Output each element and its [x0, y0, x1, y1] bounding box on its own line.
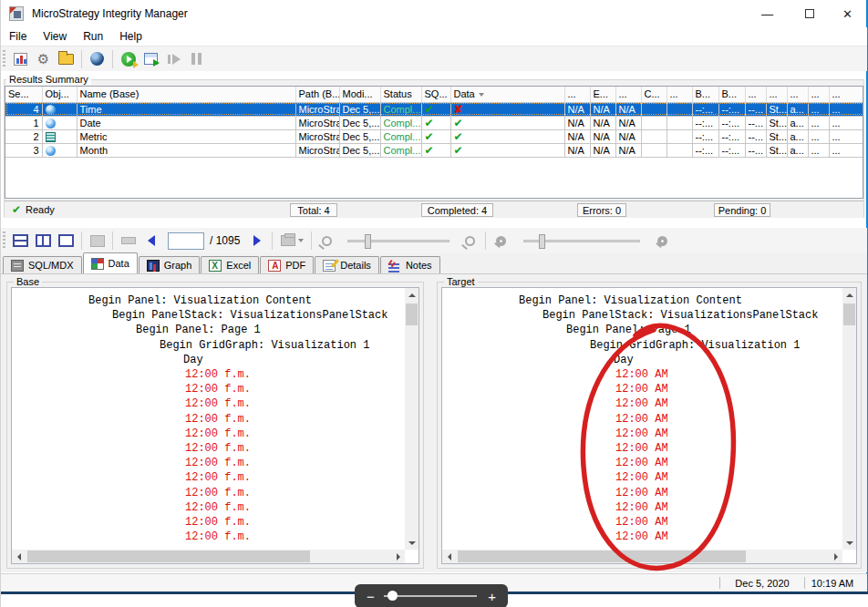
- col-status[interactable]: Status: [380, 87, 421, 102]
- tab-data[interactable]: Data: [83, 252, 138, 273]
- scroll-thumb[interactable]: [27, 550, 310, 562]
- table-row-metric[interactable]: 2 Metric MicroStra... Dec 5,... Compl...…: [5, 129, 863, 143]
- zoom-100-button[interactable]: [490, 230, 512, 252]
- col-path[interactable]: Path (B...: [295, 87, 339, 102]
- publish-button[interactable]: [86, 48, 108, 70]
- layout-single-button[interactable]: [55, 230, 78, 252]
- menu-view[interactable]: View: [35, 28, 75, 45]
- col-sequence[interactable]: Se...: [5, 87, 42, 102]
- tab-details[interactable]: Details: [315, 256, 379, 273]
- scroll-down-button[interactable]: [405, 536, 418, 550]
- zoom-slider-2-handle[interactable]: [539, 234, 545, 249]
- scroll-thumb[interactable]: [843, 304, 855, 325]
- zoom-plus-button[interactable]: +: [488, 590, 496, 603]
- previous-page-button[interactable]: [140, 230, 162, 252]
- tab-graph[interactable]: Graph: [139, 256, 201, 273]
- col-name-base[interactable]: Name (Base): [77, 87, 295, 102]
- table-row-time[interactable]: 4 Time MicroStra... Dec 5,... Compl... ✔…: [5, 102, 863, 116]
- open-button[interactable]: [55, 48, 78, 70]
- col-misc[interactable]: ...: [615, 87, 641, 102]
- scroll-left-button[interactable]: [12, 550, 26, 563]
- table-row-date[interactable]: 1 Date MicroStra... Dec 5,... Compl... ✔…: [5, 116, 863, 129]
- tab-sql-mdx[interactable]: SQL/MDX: [3, 256, 82, 273]
- errors-counter: Errors: 0: [577, 203, 626, 217]
- maximize-button[interactable]: [789, 0, 830, 27]
- target-horizontal-scrollbar[interactable]: [442, 550, 842, 563]
- results-table-container: Se... Obj... Name (Base) Path (B... Modi…: [5, 86, 863, 199]
- tab-notes[interactable]: Notes: [380, 256, 440, 273]
- zoom-select-button[interactable]: [315, 230, 338, 252]
- zoom-in-button[interactable]: [459, 230, 481, 252]
- zoom-slider-2[interactable]: [523, 240, 640, 242]
- col-misc[interactable]: ...: [564, 87, 590, 102]
- col-data[interactable]: Data: [450, 87, 564, 102]
- zoom-slider-1-handle[interactable]: [365, 234, 371, 249]
- tab-excel[interactable]: Excel: [201, 256, 259, 273]
- scroll-up-button[interactable]: [842, 288, 856, 302]
- zoom-overlay-slider-handle[interactable]: [388, 591, 398, 601]
- col-misc[interactable]: ...: [787, 87, 808, 102]
- col-e[interactable]: E...: [590, 87, 615, 102]
- base-vertical-scrollbar[interactable]: [405, 288, 418, 550]
- execute-button[interactable]: [140, 48, 162, 70]
- new-test-button[interactable]: [9, 48, 32, 70]
- col-object[interactable]: Obj...: [42, 87, 77, 102]
- menu-help[interactable]: Help: [111, 28, 150, 45]
- run-test-button[interactable]: [117, 48, 140, 70]
- col-misc[interactable]: ...: [666, 87, 692, 102]
- zoom-overlay-slider[interactable]: [384, 595, 477, 597]
- scroll-left-button[interactable]: [442, 550, 456, 563]
- next-page-button[interactable]: [245, 230, 268, 252]
- resume-button[interactable]: [162, 48, 185, 70]
- col-misc[interactable]: ...: [829, 87, 863, 102]
- zoom-out-button[interactable]: [651, 230, 674, 252]
- total-counter: Total: 4: [290, 203, 337, 217]
- reports-dropdown-button[interactable]: [276, 230, 307, 252]
- previous-page-icon: [148, 235, 155, 246]
- execute-grid-icon: [144, 53, 158, 65]
- fit-width-button[interactable]: [117, 230, 140, 252]
- title-bar: MicroStrategy Integrity Manager — ✕: [1, 0, 868, 27]
- scroll-right-button[interactable]: [391, 550, 405, 563]
- pager-toolbar: / 1095: [1, 228, 867, 253]
- minimize-button[interactable]: —: [747, 0, 788, 27]
- zoom-slider-1[interactable]: [347, 240, 450, 242]
- col-c[interactable]: C...: [641, 87, 666, 102]
- completed-counter: Completed: 4: [421, 203, 493, 217]
- close-button[interactable]: ✕: [827, 0, 868, 27]
- zoom-minus-button[interactable]: −: [367, 590, 375, 603]
- sql-pass-icon: ✔: [425, 144, 434, 157]
- copy-icon: [90, 235, 105, 247]
- target-vertical-scrollbar[interactable]: [842, 288, 856, 550]
- data-fail-icon: ✘: [454, 103, 463, 116]
- col-sql[interactable]: SQ...: [421, 87, 450, 102]
- pause-button[interactable]: [185, 48, 208, 70]
- col-misc[interactable]: ...: [808, 87, 829, 102]
- col-modified[interactable]: Modi...: [339, 87, 380, 102]
- page-number-input[interactable]: [168, 232, 204, 250]
- col-b1[interactable]: B...: [692, 87, 718, 102]
- col-misc[interactable]: ...: [745, 87, 766, 102]
- scroll-down-button[interactable]: [842, 536, 856, 550]
- pause-icon: [191, 53, 202, 65]
- menu-run[interactable]: Run: [75, 28, 111, 45]
- col-b2[interactable]: B...: [718, 87, 745, 102]
- menu-file[interactable]: File: [1, 28, 35, 45]
- layout-split-vertical-button[interactable]: [32, 230, 55, 252]
- col-misc[interactable]: ...: [766, 87, 787, 102]
- table-row-month[interactable]: 3 Month MicroStra... Dec 5,... Compl... …: [5, 143, 863, 157]
- scroll-up-button[interactable]: [405, 288, 418, 302]
- base-horizontal-scrollbar[interactable]: [12, 550, 405, 563]
- scroll-right-button[interactable]: [829, 550, 842, 563]
- base-panel-content[interactable]: Begin Panel: Visualization Content Begin…: [11, 287, 419, 564]
- options-button[interactable]: ⚙: [32, 48, 55, 70]
- zoom-select-icon: [322, 236, 332, 246]
- layout-split-horizontal-button[interactable]: [9, 230, 32, 252]
- target-panel-label: Target: [444, 276, 478, 287]
- scroll-thumb[interactable]: [458, 550, 746, 562]
- scroll-thumb[interactable]: [406, 304, 418, 325]
- copy-button[interactable]: [86, 230, 108, 252]
- toolbar-separator: [485, 231, 486, 250]
- target-panel-content[interactable]: Begin Panel: Visualization Content Begin…: [441, 287, 857, 564]
- tab-pdf[interactable]: PDF: [260, 256, 314, 273]
